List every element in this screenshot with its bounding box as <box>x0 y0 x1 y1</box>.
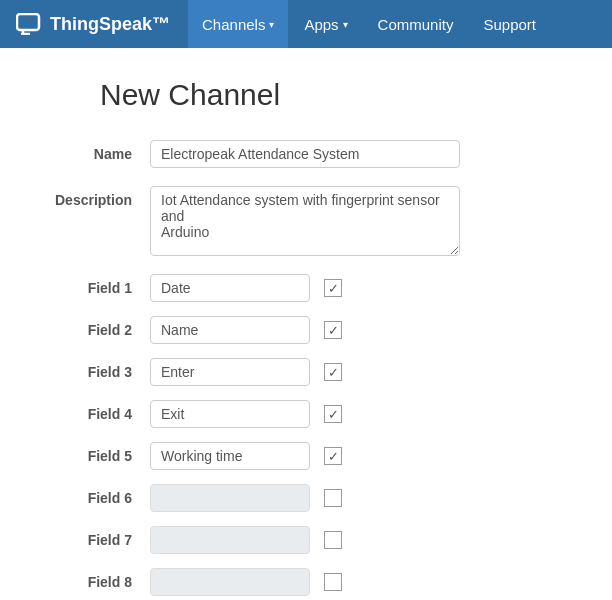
field-2-label: Field 2 <box>40 322 150 338</box>
navbar: ThingSpeak™ Channels ▾ Apps ▾ Community … <box>0 0 612 48</box>
field-6-checkbox[interactable] <box>324 489 342 507</box>
field-8-label: Field 8 <box>40 574 150 590</box>
field-row: Field 7 <box>40 526 572 554</box>
description-input[interactable]: Iot Attendance system with fingerprint s… <box>150 186 460 256</box>
nav-items: Channels ▾ Apps ▾ Community Support <box>188 0 550 48</box>
page-title: New Channel <box>40 78 572 112</box>
name-group: Name <box>40 140 572 168</box>
field-8-input[interactable] <box>150 568 310 596</box>
field-3-label: Field 3 <box>40 364 150 380</box>
apps-caret-icon: ▾ <box>343 19 348 30</box>
field-row: Field 5✓ <box>40 442 572 470</box>
field-7-label: Field 7 <box>40 532 150 548</box>
nav-item-apps[interactable]: Apps ▾ <box>290 0 361 48</box>
field-7-checkbox[interactable] <box>324 531 342 549</box>
field-row: Field 1✓ <box>40 274 572 302</box>
svg-rect-0 <box>17 14 39 30</box>
field-1-input[interactable] <box>150 274 310 302</box>
field-5-checkbox[interactable]: ✓ <box>324 447 342 465</box>
field-3-checkbox[interactable]: ✓ <box>324 363 342 381</box>
field-1-checkbox[interactable]: ✓ <box>324 279 342 297</box>
field-row: Field 4✓ <box>40 400 572 428</box>
logo-icon <box>16 13 44 35</box>
channels-caret-icon: ▾ <box>269 19 274 30</box>
brand-logo[interactable]: ThingSpeak™ <box>16 13 170 35</box>
field-4-label: Field 4 <box>40 406 150 422</box>
page-content: New Channel Name Description Iot Attenda… <box>0 48 612 600</box>
description-group: Description Iot Attendance system with f… <box>40 186 572 256</box>
field-7-input[interactable] <box>150 526 310 554</box>
field-row: Field 2✓ <box>40 316 572 344</box>
nav-item-support[interactable]: Support <box>469 0 550 48</box>
description-label: Description <box>40 186 150 208</box>
field-3-input[interactable] <box>150 358 310 386</box>
field-2-input[interactable] <box>150 316 310 344</box>
name-input[interactable] <box>150 140 460 168</box>
field-6-label: Field 6 <box>40 490 150 506</box>
field-row: Field 8 <box>40 568 572 596</box>
nav-item-community[interactable]: Community <box>364 0 468 48</box>
field-1-label: Field 1 <box>40 280 150 296</box>
brand-name: ThingSpeak™ <box>50 14 170 35</box>
field-8-checkbox[interactable] <box>324 573 342 591</box>
field-4-input[interactable] <box>150 400 310 428</box>
nav-item-channels[interactable]: Channels ▾ <box>188 0 288 48</box>
field-row: Field 6 <box>40 484 572 512</box>
fields-container: Field 1✓Field 2✓Field 3✓Field 4✓Field 5✓… <box>40 274 572 596</box>
field-2-checkbox[interactable]: ✓ <box>324 321 342 339</box>
field-row: Field 3✓ <box>40 358 572 386</box>
field-6-input[interactable] <box>150 484 310 512</box>
name-label: Name <box>40 140 150 162</box>
field-5-label: Field 5 <box>40 448 150 464</box>
field-5-input[interactable] <box>150 442 310 470</box>
field-4-checkbox[interactable]: ✓ <box>324 405 342 423</box>
